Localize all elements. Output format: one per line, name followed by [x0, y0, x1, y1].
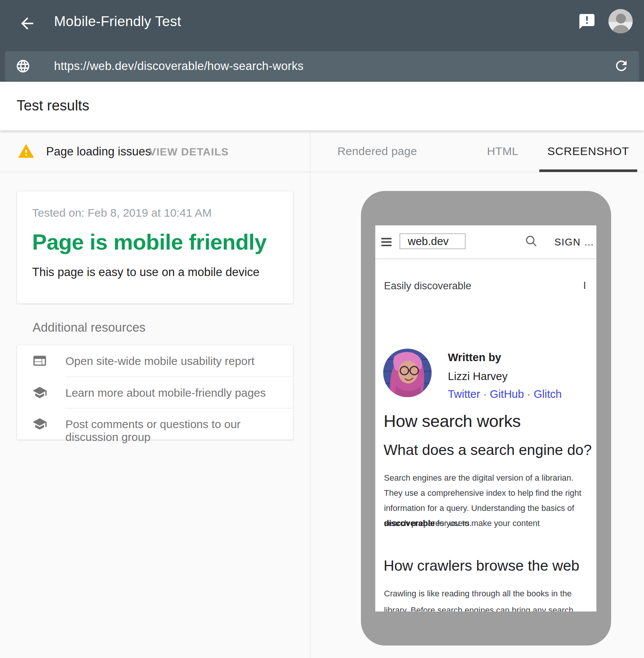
github-link: GitHub	[490, 388, 524, 400]
sign-in-label: SIGN …	[554, 236, 594, 248]
top-app-bar: Mobile-Friendly Test https://web.dev/dis…	[0, 0, 644, 82]
article-title: How search works	[384, 411, 521, 431]
screenshot-site-appbar: web.dev SIGN …	[375, 225, 596, 259]
school-icon	[32, 385, 47, 400]
verdict-text: Page is mobile friendly	[32, 229, 266, 255]
url-bar[interactable]: https://web.dev/discoverable/how-search-…	[5, 51, 639, 81]
verdict-description: This page is easy to use on a mobile dev…	[32, 265, 259, 279]
article-paragraph: Crawling is like reading through all the…	[384, 585, 593, 611]
hamburger-menu-icon	[381, 238, 392, 246]
url-text: https://web.dev/discoverable/how-search-…	[54, 59, 303, 73]
glitch-link: Glitch	[534, 388, 562, 400]
web-report-icon	[32, 353, 47, 368]
results-header-band: Test results	[0, 82, 644, 130]
tested-on-timestamp: Tested on: Feb 8, 2019 at 10:41 AM	[32, 206, 212, 219]
mobile-friendly-test-app: Mobile-Friendly Test https://web.dev/dis…	[0, 0, 644, 658]
written-by-label: Written by	[448, 351, 501, 364]
app-title: Mobile-Friendly Test	[54, 14, 181, 29]
resource-label: Learn more about mobile-friendly pages	[65, 386, 266, 399]
phone-screen: web.dev SIGN … Easily discoverable I	[375, 225, 596, 611]
author-avatar	[383, 349, 432, 397]
user-avatar[interactable]	[608, 9, 633, 33]
resources-heading: Additional resources	[33, 320, 146, 335]
globe-icon	[15, 59, 31, 74]
tab-screenshot[interactable]: SCREENSHOT	[539, 130, 637, 172]
breadcrumb-trailing: I	[583, 279, 586, 292]
resource-label: Post comments or questions to our discus…	[65, 418, 293, 444]
screenshot-panel: web.dev SIGN … Easily discoverable I	[310, 172, 644, 658]
warning-label: Page loading issues	[46, 145, 151, 158]
verdict-card: Tested on: Feb 8, 2019 at 10:41 AM Page …	[17, 191, 293, 304]
article-paragraph-tail: discoverable for users.	[384, 516, 472, 531]
article-section-heading: What does a search engine do?	[384, 442, 592, 458]
author-links: Twitter·GitHub·Glitch	[448, 388, 562, 400]
resource-label: Open site-wide mobile usability report	[65, 355, 254, 368]
bold-keyword: discoverable	[384, 518, 435, 528]
resources-card: Open site-wide mobile usability report L…	[17, 345, 293, 440]
search-icon	[524, 234, 539, 248]
resource-link-usability-report[interactable]: Open site-wide mobile usability report	[17, 345, 293, 377]
resource-link-discussion-group[interactable]: Post comments or questions to our discus…	[17, 408, 293, 440]
twitter-link: Twitter	[448, 388, 480, 400]
active-tab-indicator	[539, 169, 637, 172]
school-icon	[32, 416, 47, 431]
breadcrumb: Easily discoverable	[384, 280, 471, 292]
article-section-heading: How crawlers browse the web	[384, 557, 579, 574]
link-separator: ·	[524, 388, 534, 400]
paragraph-tail-text: for users.	[435, 518, 472, 528]
phone-mockup: web.dev SIGN … Easily discoverable I	[361, 191, 611, 646]
site-name-box: web.dev	[399, 233, 466, 249]
tab-rendered-page[interactable]: Rendered page	[325, 130, 429, 172]
toolbar-row: Page loading issues VIEW DETAILS Rendere…	[0, 130, 644, 172]
feedback-icon[interactable]	[578, 12, 596, 31]
back-button[interactable]	[18, 14, 36, 33]
tab-html[interactable]: HTML	[469, 130, 537, 172]
resource-link-learn-more[interactable]: Learn more about mobile-friendly pages	[17, 377, 293, 408]
author-name: Lizzi Harvey	[448, 370, 508, 383]
refresh-icon[interactable]	[613, 58, 629, 74]
page-title: Test results	[17, 98, 89, 114]
link-separator: ·	[480, 388, 490, 400]
warning-icon	[17, 143, 35, 160]
results-panel: Tested on: Feb 8, 2019 at 10:41 AM Page …	[0, 172, 310, 658]
view-details-link[interactable]: VIEW DETAILS	[149, 146, 229, 158]
panel-divider	[310, 130, 310, 658]
site-name: web.dev	[408, 235, 449, 248]
